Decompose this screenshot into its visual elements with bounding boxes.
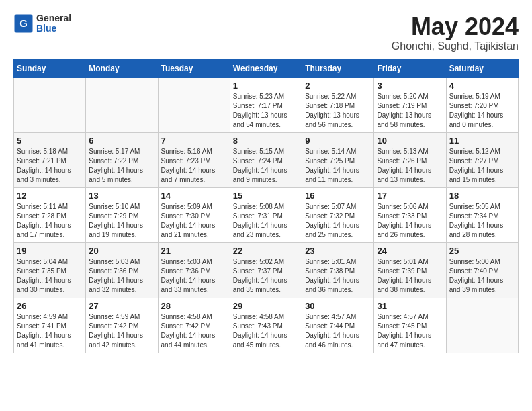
- weekday-header-thursday: Thursday: [302, 59, 374, 77]
- calendar-week-2: 5Sunrise: 5:18 AM Sunset: 7:21 PM Daylig…: [14, 132, 519, 187]
- calendar-cell: 18Sunrise: 5:05 AM Sunset: 7:34 PM Dayli…: [446, 187, 518, 242]
- logo-text: General Blue: [36, 13, 71, 34]
- day-info: Sunrise: 5:04 AM Sunset: 7:35 PM Dayligh…: [17, 257, 83, 295]
- day-number: 21: [161, 246, 227, 256]
- day-number: 22: [233, 246, 299, 256]
- day-number: 17: [377, 191, 443, 201]
- weekday-header-wednesday: Wednesday: [230, 59, 302, 77]
- day-number: 5: [17, 136, 83, 146]
- calendar-cell: 16Sunrise: 5:07 AM Sunset: 7:32 PM Dayli…: [302, 187, 374, 242]
- day-number: 18: [449, 191, 515, 201]
- calendar-cell: [446, 298, 518, 353]
- page-header: G General Blue May 2024 Ghonchi, Sughd, …: [13, 13, 519, 52]
- day-info: Sunrise: 5:06 AM Sunset: 7:33 PM Dayligh…: [377, 202, 443, 240]
- day-info: Sunrise: 4:58 AM Sunset: 7:42 PM Dayligh…: [161, 312, 227, 350]
- day-number: 3: [377, 81, 443, 91]
- calendar-cell: 27Sunrise: 4:59 AM Sunset: 7:42 PM Dayli…: [86, 298, 158, 353]
- day-info: Sunrise: 5:03 AM Sunset: 7:36 PM Dayligh…: [161, 257, 227, 295]
- calendar-cell: 5Sunrise: 5:18 AM Sunset: 7:21 PM Daylig…: [14, 132, 86, 187]
- day-number: 1: [233, 81, 299, 91]
- day-number: 7: [161, 136, 227, 146]
- calendar-cell: 15Sunrise: 5:08 AM Sunset: 7:31 PM Dayli…: [230, 187, 302, 242]
- calendar-cell: 12Sunrise: 5:11 AM Sunset: 7:28 PM Dayli…: [14, 187, 86, 242]
- weekday-header-monday: Monday: [86, 59, 158, 77]
- day-number: 23: [305, 246, 371, 256]
- day-info: Sunrise: 5:07 AM Sunset: 7:32 PM Dayligh…: [305, 202, 371, 240]
- day-number: 10: [377, 136, 443, 146]
- calendar-cell: 22Sunrise: 5:02 AM Sunset: 7:37 PM Dayli…: [230, 242, 302, 298]
- day-number: 12: [17, 191, 83, 201]
- day-info: Sunrise: 5:15 AM Sunset: 7:24 PM Dayligh…: [233, 147, 299, 185]
- calendar-header: SundayMondayTuesdayWednesdayThursdayFrid…: [14, 59, 519, 77]
- day-number: 19: [17, 246, 83, 256]
- weekday-header-friday: Friday: [374, 59, 446, 77]
- day-number: 8: [233, 136, 299, 146]
- day-info: Sunrise: 5:09 AM Sunset: 7:30 PM Dayligh…: [161, 202, 227, 240]
- day-info: Sunrise: 5:01 AM Sunset: 7:38 PM Dayligh…: [305, 257, 371, 295]
- calendar-cell: 19Sunrise: 5:04 AM Sunset: 7:35 PM Dayli…: [14, 242, 86, 298]
- weekday-header-saturday: Saturday: [446, 59, 518, 77]
- weekday-header-tuesday: Tuesday: [158, 59, 230, 77]
- logo-general: General: [36, 13, 71, 24]
- day-info: Sunrise: 5:17 AM Sunset: 7:22 PM Dayligh…: [89, 147, 154, 185]
- day-number: 9: [305, 136, 371, 146]
- day-number: 4: [449, 81, 515, 91]
- weekday-header-sunday: Sunday: [14, 59, 86, 77]
- calendar-cell: [14, 77, 86, 132]
- day-info: Sunrise: 5:00 AM Sunset: 7:40 PM Dayligh…: [449, 257, 515, 295]
- day-number: 20: [89, 246, 154, 256]
- calendar-cell: [86, 77, 158, 132]
- day-info: Sunrise: 5:16 AM Sunset: 7:23 PM Dayligh…: [161, 147, 227, 185]
- calendar-cell: 10Sunrise: 5:13 AM Sunset: 7:26 PM Dayli…: [374, 132, 446, 187]
- location-subtitle: Ghonchi, Sughd, Tajikistan: [392, 40, 519, 52]
- calendar-cell: 2Sunrise: 5:22 AM Sunset: 7:18 PM Daylig…: [302, 77, 374, 132]
- day-info: Sunrise: 5:13 AM Sunset: 7:26 PM Dayligh…: [377, 147, 443, 185]
- day-number: 11: [449, 136, 515, 146]
- day-info: Sunrise: 5:01 AM Sunset: 7:39 PM Dayligh…: [377, 257, 443, 295]
- calendar-cell: 20Sunrise: 5:03 AM Sunset: 7:36 PM Dayli…: [86, 242, 158, 298]
- day-number: 15: [233, 191, 299, 201]
- day-number: 26: [17, 301, 83, 311]
- day-info: Sunrise: 5:02 AM Sunset: 7:37 PM Dayligh…: [233, 257, 299, 295]
- day-number: 31: [377, 301, 443, 311]
- calendar-week-4: 19Sunrise: 5:04 AM Sunset: 7:35 PM Dayli…: [14, 242, 519, 298]
- day-info: Sunrise: 5:20 AM Sunset: 7:19 PM Dayligh…: [377, 92, 443, 130]
- day-info: Sunrise: 5:22 AM Sunset: 7:18 PM Dayligh…: [305, 92, 371, 130]
- calendar-cell: 14Sunrise: 5:09 AM Sunset: 7:30 PM Dayli…: [158, 187, 230, 242]
- day-number: 29: [233, 301, 299, 311]
- calendar-cell: 13Sunrise: 5:10 AM Sunset: 7:29 PM Dayli…: [86, 187, 158, 242]
- day-number: 2: [305, 81, 371, 91]
- calendar-week-3: 12Sunrise: 5:11 AM Sunset: 7:28 PM Dayli…: [14, 187, 519, 242]
- weekday-header-row: SundayMondayTuesdayWednesdayThursdayFrid…: [14, 59, 519, 77]
- calendar-body: 1Sunrise: 5:23 AM Sunset: 7:17 PM Daylig…: [14, 77, 519, 353]
- calendar-cell: 21Sunrise: 5:03 AM Sunset: 7:36 PM Dayli…: [158, 242, 230, 298]
- day-number: 30: [305, 301, 371, 311]
- calendar-cell: 9Sunrise: 5:14 AM Sunset: 7:25 PM Daylig…: [302, 132, 374, 187]
- calendar-cell: 3Sunrise: 5:20 AM Sunset: 7:19 PM Daylig…: [374, 77, 446, 132]
- calendar-cell: 6Sunrise: 5:17 AM Sunset: 7:22 PM Daylig…: [86, 132, 158, 187]
- day-info: Sunrise: 4:57 AM Sunset: 7:45 PM Dayligh…: [377, 312, 443, 350]
- day-number: 25: [449, 246, 515, 256]
- day-info: Sunrise: 5:23 AM Sunset: 7:17 PM Dayligh…: [233, 92, 299, 130]
- logo-icon: G: [13, 13, 34, 34]
- day-info: Sunrise: 4:58 AM Sunset: 7:43 PM Dayligh…: [233, 312, 299, 350]
- day-info: Sunrise: 5:03 AM Sunset: 7:36 PM Dayligh…: [89, 257, 154, 295]
- svg-text:G: G: [19, 17, 28, 29]
- day-number: 24: [377, 246, 443, 256]
- calendar-cell: 25Sunrise: 5:00 AM Sunset: 7:40 PM Dayli…: [446, 242, 518, 298]
- day-info: Sunrise: 4:59 AM Sunset: 7:42 PM Dayligh…: [89, 312, 154, 350]
- day-number: 13: [89, 191, 154, 201]
- calendar-cell: 17Sunrise: 5:06 AM Sunset: 7:33 PM Dayli…: [374, 187, 446, 242]
- calendar-cell: [158, 77, 230, 132]
- month-year-title: May 2024: [392, 13, 519, 40]
- day-number: 28: [161, 301, 227, 311]
- day-info: Sunrise: 5:14 AM Sunset: 7:25 PM Dayligh…: [305, 147, 371, 185]
- day-number: 16: [305, 191, 371, 201]
- day-info: Sunrise: 5:11 AM Sunset: 7:28 PM Dayligh…: [17, 202, 83, 240]
- day-number: 6: [89, 136, 154, 146]
- logo: G General Blue: [13, 13, 71, 34]
- calendar-cell: 31Sunrise: 4:57 AM Sunset: 7:45 PM Dayli…: [374, 298, 446, 353]
- calendar-cell: 4Sunrise: 5:19 AM Sunset: 7:20 PM Daylig…: [446, 77, 518, 132]
- day-number: 27: [89, 301, 154, 311]
- calendar-cell: 8Sunrise: 5:15 AM Sunset: 7:24 PM Daylig…: [230, 132, 302, 187]
